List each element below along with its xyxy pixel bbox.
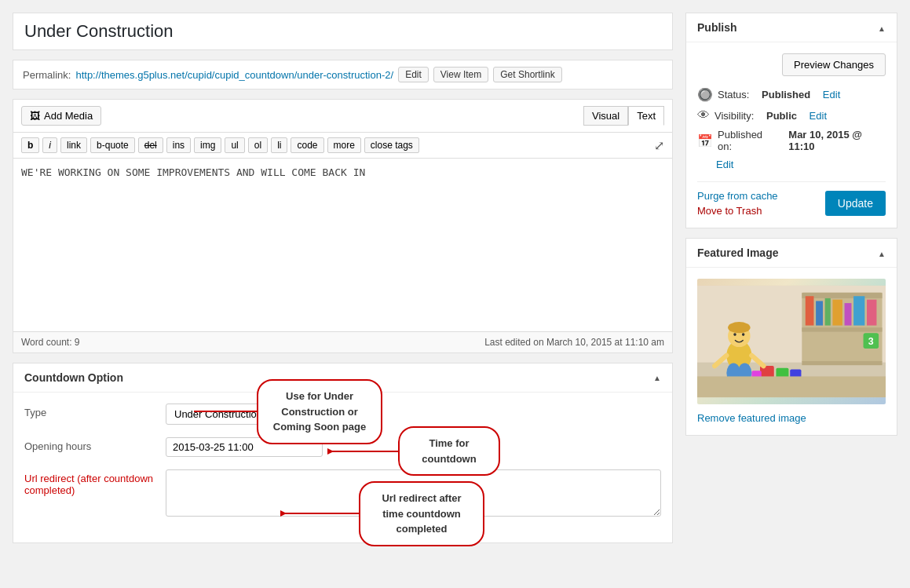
format-bquote[interactable]: b-quote [90,137,135,153]
svg-rect-10 [802,327,882,331]
visibility-icon: 👁 [697,108,710,122]
format-more[interactable]: more [327,137,361,153]
published-value: Mar 10, 2015 @ 11:10 [788,129,886,152]
callout-time-for: Time forcountdown [398,426,500,476]
get-shortlink-button[interactable]: Get Shortlink [493,67,561,82]
update-button[interactable]: Update [825,191,886,216]
svg-rect-9 [802,293,882,298]
svg-rect-18 [867,300,876,326]
permalink-bar: Permalink: http://themes.g5plus.net/cupi… [13,60,673,89]
publish-bottom-left: Purge from cache Move to Trash [697,190,778,217]
featured-image-header: Featured Image [686,239,897,268]
move-to-trash-link[interactable]: Move to Trash [697,205,762,217]
svg-rect-11 [802,361,882,365]
editor-footer: Word count: 9 Last edited on March 10, 2… [13,331,672,352]
visibility-label: Visibility: [714,110,754,122]
svg-point-28 [728,322,750,333]
svg-text:3: 3 [868,336,874,347]
editor-tabs: Visual Text [583,106,664,126]
callout-use-for: Use for UnderConstruction orComing Soon … [257,379,382,444]
remove-featured-image-link[interactable]: Remove featured image [697,412,806,424]
status-edit-link[interactable]: Edit [823,89,840,100]
editor-toolbar-top: 🖼 Add Media Visual Text [13,100,672,133]
published-row: 📅 Published on: Mar 10, 2015 @ 11:10 [697,129,886,152]
preview-changes-button[interactable]: Preview Changes [782,53,886,76]
featured-image-box: Featured Image [685,238,897,436]
publish-title: Publish [697,21,737,34]
svg-rect-35 [697,376,886,397]
publish-box-body: Preview Changes 🔘 Status: Published Edit… [686,42,897,228]
add-media-icon: 🖼 [30,110,40,122]
format-link[interactable]: link [60,137,87,153]
featured-image-svg: 3 [697,279,886,404]
format-italic[interactable]: i [42,137,57,153]
featured-image-collapse-icon[interactable] [878,247,886,259]
publish-box-header: Publish [686,13,897,42]
published-label: Published on: [718,129,777,152]
svg-marker-5 [280,510,287,517]
format-del[interactable]: del [138,137,163,153]
published-edit-link[interactable]: Edit [716,159,733,170]
publish-actions: Preview Changes [697,53,886,76]
type-label: Type [24,404,166,418]
opening-hours-label: Opening hours [24,437,166,452]
format-close-tags[interactable]: close tags [364,137,419,153]
callout-time-for-arrow [327,444,398,459]
permalink-label: Permalink: [23,69,71,81]
svg-point-34 [742,333,745,336]
edit-permalink-button[interactable]: Edit [398,67,429,82]
format-img[interactable]: img [194,137,221,153]
publish-bottom: Purge from cache Move to Trash Update [697,181,886,217]
word-count-value: 9 [75,337,80,348]
status-row: 🔘 Status: Published Edit [697,87,886,102]
featured-image-thumbnail[interactable]: 3 [697,279,886,404]
format-ol[interactable]: ol [248,137,268,153]
word-count: Word count: 9 [21,337,80,348]
callout-url-redirect: Url redirect aftertime countdowncomplete… [359,481,484,546]
publish-box: Publish Preview Changes 🔘 Status: Publis… [685,13,897,228]
editor-format-bar: b i link b-quote del ins img ul ol li co… [13,133,672,159]
last-edited: Last edited on March 10, 2015 at 11:10 a… [484,337,664,348]
format-code[interactable]: code [291,137,323,153]
svg-rect-16 [845,303,852,325]
format-ins[interactable]: ins [166,137,191,153]
visibility-row: 👁 Visibility: Public Edit [697,108,886,122]
svg-rect-13 [816,301,823,325]
callout-use-for-arrow [194,404,257,419]
visibility-value: Public [766,110,797,122]
view-item-button[interactable]: View Item [433,67,488,82]
format-ul[interactable]: ul [225,137,244,153]
countdown-collapse-icon[interactable] [653,374,661,382]
tab-text[interactable]: Text [628,106,664,126]
svg-point-33 [733,333,736,336]
callout-url-redirect-text: Url redirect aftertime countdowncomplete… [359,481,484,546]
tab-visual[interactable]: Visual [583,106,628,126]
status-icon: 🔘 [697,87,713,102]
editor-content[interactable]: WE'RE WORKING ON SOME IMPROVEMENTS AND W… [13,159,672,331]
add-media-button[interactable]: 🖼 Add Media [21,106,101,126]
page-title: Under Construction [24,21,661,42]
svg-rect-17 [853,296,864,325]
featured-image-body: 3 [686,268,897,435]
purge-cache-link[interactable]: Purge from cache [697,190,778,202]
svg-rect-12 [806,296,814,325]
svg-rect-14 [825,298,831,326]
publish-collapse-icon[interactable] [878,22,886,34]
countdown-box-title: Countdown Option [24,371,123,384]
add-media-label: Add Media [44,110,93,122]
word-count-label: Word count: [21,337,71,348]
permalink-url[interactable]: http://themes.g5plus.net/cupid/cupid_cou… [75,69,393,81]
featured-image-title: Featured Image [697,247,778,259]
fullscreen-button[interactable]: ⤢ [654,138,664,153]
format-bold[interactable]: b [21,137,39,153]
calendar-icon: 📅 [697,133,713,148]
page-title-box: Under Construction [13,13,673,50]
status-value: Published [762,89,810,100]
callout-url-redirect-arrow [280,506,359,521]
callout-time-for-text: Time forcountdown [398,426,500,476]
format-li[interactable]: li [271,137,287,153]
url-redirect-label: Url redirect (after countdown completed) [24,469,166,496]
sidebar: Publish Preview Changes 🔘 Status: Publis… [685,13,897,553]
status-label: Status: [718,89,749,100]
visibility-edit-link[interactable]: Edit [809,110,827,122]
